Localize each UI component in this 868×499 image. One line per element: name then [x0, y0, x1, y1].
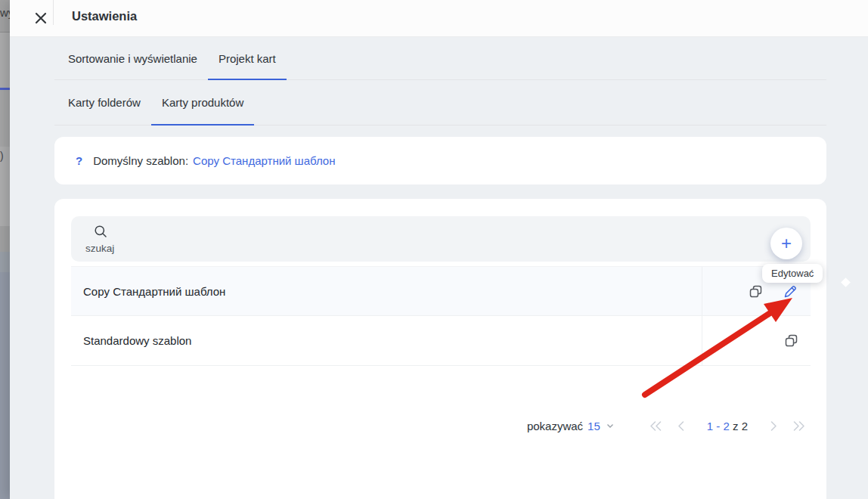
tab-label: Projekt kart: [219, 52, 276, 65]
background-segment: [0, 252, 10, 272]
row-actions: [702, 316, 811, 365]
template-row[interactable]: Copy Стандартний шаблон: [71, 266, 811, 316]
drawer-header: Ustawienia: [10, 0, 868, 37]
help-icon[interactable]: ?: [76, 154, 82, 167]
subtab-label: Karty folderów: [68, 96, 141, 109]
page-range-current: 1 - 2: [707, 420, 730, 432]
page-title: Ustawienia: [72, 9, 137, 23]
page-range: 1 - 2 z 2: [707, 420, 748, 432]
background-segment: [0, 33, 10, 88]
tab-sorting-and-display[interactable]: Sortowanie i wyświetlanie: [57, 37, 208, 79]
background-segment: [0, 272, 10, 499]
edit-tooltip-text: Edytować: [771, 268, 814, 279]
copy-template-button[interactable]: [784, 333, 798, 348]
search-placeholder: szukaj: [85, 243, 114, 254]
background-text-fragment: ): [0, 150, 4, 162]
close-button[interactable]: [29, 6, 53, 30]
subtab-product-cards[interactable]: Karty produktów: [151, 80, 254, 125]
default-template-link[interactable]: Copy Стандартний шаблон: [193, 154, 335, 167]
add-template-button[interactable]: +: [770, 228, 802, 259]
header-divider: [53, 0, 54, 25]
search-icon: [94, 225, 107, 238]
subtab-label: Karty produktów: [162, 96, 243, 109]
copy-template-button[interactable]: [749, 284, 763, 299]
page-range-total: z 2: [733, 420, 748, 432]
sub-tabs: Karty folderów Karty produktów: [54, 80, 826, 126]
background-segment: [0, 226, 10, 252]
tab-label: Sortowanie i wyświetlanie: [68, 52, 197, 65]
edit-template-button[interactable]: [783, 284, 798, 299]
prev-page-button[interactable]: [674, 420, 689, 432]
page-size-value: 15: [587, 420, 600, 432]
next-page-button[interactable]: [766, 420, 781, 432]
close-icon: [33, 11, 48, 26]
search-input[interactable]: szukaj: [71, 216, 811, 262]
dimmed-background-page: wy ): [0, 0, 10, 499]
template-row[interactable]: Standardowy szablon: [71, 316, 811, 366]
first-page-button[interactable]: [646, 420, 666, 432]
pencil-icon: [783, 284, 798, 299]
tab-card-design[interactable]: Projekt kart: [208, 37, 287, 79]
last-page-button[interactable]: [789, 420, 809, 432]
page-size-selector[interactable]: pokazywać 15: [527, 420, 614, 432]
template-name: Standardowy szablon: [71, 316, 702, 365]
chevron-right-icon: [769, 420, 778, 432]
copy-icon: [784, 333, 798, 348]
chevron-down-icon: [606, 423, 614, 429]
main-tabs: Sortowanie i wyświetlanie Projekt kart: [54, 37, 826, 80]
default-template-info-box: ? Domyślny szablon: Copy Стандартний шаб…: [54, 137, 826, 184]
page-size-label: pokazywać: [527, 420, 583, 432]
chevron-left-icon: [677, 420, 686, 432]
template-name: Copy Стандартний шаблон: [71, 267, 702, 315]
pager-controls: 1 - 2 z 2: [646, 420, 811, 432]
subtab-folder-cards[interactable]: Karty folderów: [57, 80, 151, 125]
default-template-label: Domyślny szablon:: [93, 154, 188, 167]
settings-drawer: Ustawienia Sortowanie i wyświetlanie Pro…: [10, 0, 868, 499]
templates-card: szukaj + Edytować Copy Стандартний шабло…: [54, 199, 826, 499]
chevron-double-left-icon: [649, 420, 663, 432]
plus-icon: +: [781, 233, 792, 253]
drawer-content: Sortowanie i wyświetlanie Projekt kart K…: [54, 37, 826, 499]
copy-icon: [749, 284, 763, 299]
pagination: pokazywać 15: [71, 420, 811, 432]
background-text-fragment: wy: [0, 6, 10, 19]
edit-tooltip: Edytować: [762, 264, 823, 283]
chevron-double-right-icon: [792, 420, 806, 432]
templates-list: Copy Стандартний шаблон: [71, 266, 811, 366]
background-segment: [0, 90, 10, 147]
